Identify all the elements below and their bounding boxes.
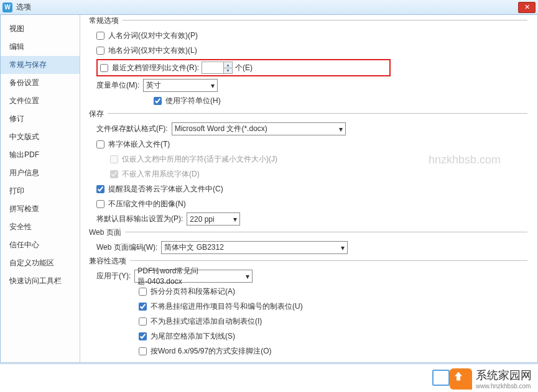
recent-files-unit: 个(E): [235, 63, 253, 73]
sidebar-item-custom-ribbon[interactable]: 自定义功能区: [1, 254, 80, 272]
default-output-select[interactable]: 220 ppi: [187, 212, 240, 226]
web-encoding-select[interactable]: 简体中文 GB2312: [161, 241, 348, 254]
person-name-split-checkbox[interactable]: 人名分词(仅对中文有效)(P): [96, 30, 198, 41]
brand-url: www.hnzkhbsb.com: [476, 383, 532, 390]
remind-cloud-fonts-checkbox[interactable]: 提醒我是否将云字体嵌入文件中(C): [96, 184, 223, 194]
brand-text: 系统家园网: [476, 368, 532, 383]
section-title-general: 常规选项: [89, 16, 123, 26]
sidebar-item-print[interactable]: 打印: [1, 182, 80, 200]
web-encoding-label: Web 页面编码(W):: [96, 242, 157, 253]
no-hang-indent-auto-checkbox[interactable]: 不为悬挂式缩进添加自动制表位(I): [139, 316, 262, 327]
footer-bar: 系统家园网 www.hnzkhbsb.com: [0, 363, 538, 392]
main-panel: 常规选项 人名分词(仅对中文有效)(P) 地名分词(仅对中文有效)(L) 最近文…: [80, 15, 537, 362]
measure-unit-select[interactable]: 英寸: [143, 79, 218, 92]
compat-apply-to-label: 应用于(Y):: [96, 271, 131, 281]
embed-only-used-checkbox: 仅嵌入文档中所用的字符(适于减小文件大小)(J): [110, 154, 277, 165]
no-embed-system-checkbox: 不嵌入常用系统字体(D): [110, 169, 200, 180]
sidebar-item-revision[interactable]: 修订: [1, 110, 80, 128]
section-title-save: 保存: [89, 109, 108, 119]
split-pagebreak-checkbox[interactable]: 拆分分页符和段落标记(A): [139, 286, 235, 297]
brand-badge: 系统家园网 www.hnzkhbsb.com: [450, 368, 532, 390]
window-title: 选项: [16, 2, 518, 12]
sidebar-item-view[interactable]: 视图: [1, 20, 80, 38]
recent-files-spinner[interactable]: ▲▼: [202, 62, 233, 74]
sidebar-item-security[interactable]: 安全性: [1, 218, 80, 236]
sidebar-item-chinese-layout[interactable]: 中文版式: [1, 128, 80, 146]
default-format-select[interactable]: Microsoft Word 文件(*.docx): [172, 122, 346, 135]
default-format-label: 文件保存默认格式(F):: [96, 124, 168, 134]
sidebar-item-output-pdf[interactable]: 输出PDF: [1, 146, 80, 164]
sidebar-item-spellcheck[interactable]: 拼写检查: [1, 200, 80, 218]
sidebar-item-file-location[interactable]: 文件位置: [1, 92, 80, 110]
sidebar-item-quick-access[interactable]: 快速访问工具栏: [1, 272, 80, 290]
no-hang-indent-tab-checkbox[interactable]: 不将悬挂缩进用作项目符号和编号的制表位(U): [139, 301, 303, 312]
spinner-up-icon[interactable]: ▲: [223, 62, 232, 68]
spinner-down-icon[interactable]: ▼: [223, 68, 232, 74]
no-compress-images-checkbox[interactable]: 不压缩文件中的图像(N): [96, 199, 186, 209]
sidebar-item-general-save[interactable]: 常规与保存: [1, 56, 80, 74]
ok-button-fragment[interactable]: [432, 370, 450, 386]
section-title-web: Web 页面: [89, 227, 125, 238]
compat-apply-to-select[interactable]: PDF转word常见问题-0403.docx: [134, 270, 253, 283]
brand-house-icon: [450, 368, 472, 390]
sidebar-item-trust-center[interactable]: 信任中心: [1, 236, 80, 254]
embed-fonts-checkbox[interactable]: 将字体嵌入文件(T): [96, 139, 170, 150]
sidebar-item-backup[interactable]: 备份设置: [1, 74, 80, 92]
tail-space-underline-checkbox[interactable]: 为尾部空格添加下划线(S): [139, 331, 235, 342]
recent-files-input[interactable]: [202, 63, 223, 73]
default-output-label: 将默认目标输出设置为(P):: [96, 214, 183, 224]
close-button[interactable]: ✕: [518, 2, 536, 13]
sidebar-item-edit[interactable]: 编辑: [1, 38, 80, 56]
use-char-unit-checkbox[interactable]: 使用字符单位(H): [154, 96, 221, 106]
sidebar-item-user-info[interactable]: 用户信息: [1, 164, 80, 182]
place-name-split-checkbox[interactable]: 地名分词(仅对中文有效)(L): [96, 45, 197, 56]
sidebar: 视图 编辑 常规与保存 备份设置 文件位置 修订 中文版式 输出PDF 用户信息…: [1, 15, 80, 362]
app-icon: W: [2, 2, 12, 12]
section-title-compat: 兼容性选项: [89, 256, 130, 267]
word6-footnote-checkbox[interactable]: 按Word 6.x/95/97的方式安排脚注(O): [139, 346, 271, 357]
recent-files-checkbox[interactable]: 最近文档管理列出文件(R):: [100, 63, 199, 73]
recent-files-highlight: 最近文档管理列出文件(R): ▲▼ 个(E): [96, 59, 391, 76]
measure-unit-label: 度量单位(M):: [96, 80, 139, 91]
